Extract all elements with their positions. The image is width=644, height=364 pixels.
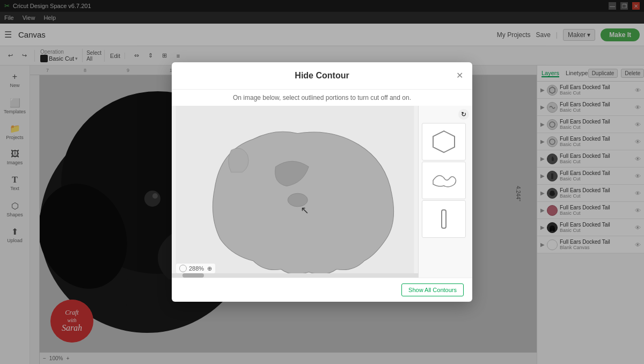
- contour-thumb-bar[interactable]: [422, 200, 466, 238]
- hide-contour-modal: Hide Contour ✕ On image below, select ou…: [172, 62, 472, 302]
- refresh-btn[interactable]: ↻: [458, 109, 469, 120]
- zoom-circle: [179, 265, 187, 272]
- zoom-expand: ⊕: [207, 265, 212, 272]
- contour-thumb-hexagon[interactable]: [422, 123, 466, 161]
- modal-body: ↖ 288% ⊕ ↻: [172, 106, 472, 278]
- modal-canvas[interactable]: ↖ 288% ⊕: [172, 106, 419, 278]
- modal-subtitle: On image below, select outlined portions…: [172, 90, 472, 106]
- show-all-contours-btn[interactable]: Show All Contours: [401, 283, 464, 296]
- modal-footer: Show All Contours: [172, 278, 472, 302]
- contour-sidebar: ↻: [419, 106, 472, 278]
- svg-text:↖: ↖: [301, 205, 309, 216]
- contour-thumb-wave[interactable]: [422, 162, 466, 199]
- modal-overlay[interactable]: Hide Contour ✕ On image below, select ou…: [0, 0, 644, 364]
- zoom-level: 288%: [189, 265, 204, 272]
- h-scrollbar-thumb[interactable]: [182, 273, 204, 278]
- svg-marker-24: [433, 131, 455, 152]
- zoom-indicator: 288% ⊕: [176, 264, 215, 273]
- svg-rect-25: [442, 210, 446, 228]
- modal-header: Hide Contour ✕: [172, 62, 472, 90]
- modal-title: Hide Contour: [295, 71, 349, 81]
- h-scrollbar[interactable]: [172, 273, 418, 278]
- modal-close-btn[interactable]: ✕: [453, 69, 466, 82]
- contour-canvas-svg: ↖: [172, 106, 418, 278]
